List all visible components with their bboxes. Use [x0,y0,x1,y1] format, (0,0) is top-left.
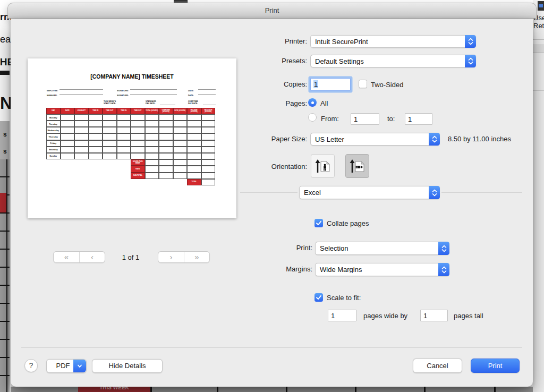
pages-range-radio[interactable] [308,113,317,122]
background-red-cell: THIS WEEK [78,387,150,392]
timesheet-label: THIS WEEK'S START DATE: [104,100,116,105]
timesheet-cell: Wednesday [46,127,61,133]
timesheet-cell [173,140,188,147]
pdf-menu-button[interactable]: PDF [46,359,87,373]
timesheet-red-cell: TIME OUT [131,108,145,114]
copies-input[interactable]: 1 [310,78,351,91]
pages-tall-input[interactable]: 1 [420,310,448,321]
app-options-select[interactable]: Excel [299,186,440,199]
print-what-label: Print: [233,244,312,252]
timesheet-cell [173,133,188,140]
timesheet-cell [201,153,216,159]
timesheet-red-cell: HOURS THIS WEEK [131,159,145,166]
timesheet-cell [187,140,201,147]
pages-label: Pages: [227,99,307,107]
first-page-button[interactable]: « [54,252,79,262]
timesheet-label: OVERTIME PAY RATE: [188,100,198,105]
cancel-button[interactable]: Cancel [413,359,462,373]
collate-checkbox[interactable] [314,219,323,227]
background-text: N [0,93,11,113]
pages-to-input[interactable]: 1 [405,113,432,125]
background-text: SHE [0,56,11,68]
paper-dimensions: 8.50 by 11.00 inches [448,135,511,143]
orientation-landscape-button[interactable] [345,154,369,178]
timesheet-red-cell: TIME OUT [103,108,117,114]
two-sided-checkbox[interactable] [359,80,367,88]
portrait-icon [314,157,332,175]
print-what-select[interactable]: Selection [315,242,449,255]
help-button[interactable]: ? [24,359,38,372]
timesheet-cell [61,114,75,121]
timesheet-label: DATE: [188,90,194,92]
timesheet-cell [201,173,216,179]
timesheet-cell [131,127,145,133]
margins-select[interactable]: Wide Margins [315,263,449,276]
timesheet-cell [117,140,131,147]
printer-label: Printer: [227,37,307,45]
timesheet-cell [103,127,117,133]
timesheet-cell [201,147,216,153]
preview-nav-back-group: « ‹ [53,251,105,263]
check-icon [314,293,323,302]
stepper-icon [438,242,449,255]
timesheet-cell: Sunday [46,153,61,159]
timesheet-cell [103,153,117,159]
pages-tall-label: pages tall [454,312,483,320]
pages-from-input[interactable]: 1 [351,113,379,125]
timesheet-cell [159,166,173,172]
timesheet-cell: Saturday [46,147,61,153]
timesheet-cell [61,127,75,133]
timesheet-cell [103,121,117,127]
window-titlebar: Print [7,3,537,19]
timesheet-cell [187,147,201,153]
timesheet-cell [187,127,201,133]
pages-all-radio[interactable] [308,98,317,107]
timesheet-cell [145,140,159,147]
timesheet-cell [74,140,89,147]
timesheet-table: DAYDATEJOB/SHIFTTIME INTIME OUTTIME INTI… [46,108,215,188]
next-page-button[interactable]: › [158,252,184,262]
background-app-left-strip: rm ead SHE N s s [0,0,11,392]
pages-wide-input[interactable]: 1 [328,310,356,321]
printer-select[interactable]: Intuit SecurePrint [310,35,476,48]
timesheet-red-cell: JOB/SHIFT [74,108,89,114]
timesheet-cell [173,114,188,121]
timesheet-cell [89,140,103,147]
print-button[interactable]: Print [471,359,520,373]
timesheet-cell [187,166,201,172]
timesheet-cell [173,166,188,172]
timesheet-cell [61,121,75,127]
timesheet-red-cell: TIME IN [117,108,131,114]
background-text: Ret [533,22,544,30]
stepper-icon [429,186,440,199]
previous-page-button[interactable]: ‹ [79,252,105,262]
timesheet-label: SIGNATURE: [117,95,129,97]
background-gridline [6,159,7,392]
timesheet-cell [74,127,89,133]
timesheet-cell [173,127,188,133]
timesheet-cell [103,114,117,121]
timesheet-cell [89,153,103,159]
hide-details-button[interactable]: Hide Details [92,359,163,373]
scale-to-fit-checkbox[interactable] [314,293,323,302]
pages-from-label: From: [321,115,339,123]
timesheet-cell [187,159,201,166]
timesheet-cell [145,153,159,159]
timesheet-red-cell: HOLIDAY (HOURS) [187,108,201,114]
paper-size-select[interactable]: US Letter [310,133,440,146]
timesheet-label: MANAGER: [47,95,57,97]
stepper-icon [465,55,476,67]
timesheet-cell [187,114,201,121]
timesheet-cell [159,133,173,140]
orientation-portrait-button[interactable] [311,154,335,178]
timesheet-cell: Monday [46,114,61,121]
background-red-cell [0,193,6,212]
timesheet-cell [117,133,131,140]
presets-select[interactable]: Default Settings [310,55,476,67]
timesheet-cell [61,140,75,147]
timesheet-red-cell: SICK (HOURS) [173,108,188,114]
last-page-button[interactable]: » [184,252,209,262]
timesheet-cell [131,153,145,159]
timesheet-cell [145,147,159,153]
timesheet-cell [61,133,75,140]
